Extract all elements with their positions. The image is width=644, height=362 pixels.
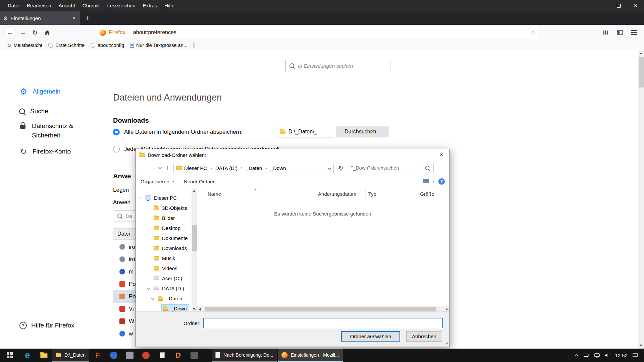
dialog-title-bar[interactable]: Download-Ordner wählen: × [136,149,449,161]
scroll-up-icon[interactable] [193,190,196,192]
scroll-right-icon[interactable] [446,308,448,311]
browse-button[interactable]: Durchsuchen... [336,126,389,137]
tree-item-musik[interactable]: Musik [136,253,192,263]
dialog-close-button[interactable]: × [433,149,449,161]
breadcrumb-daten[interactable]: _Daten [245,165,263,171]
column-groesse[interactable]: Größe [417,188,449,199]
settings-search-input[interactable] [298,63,387,69]
network-icon[interactable] [594,353,600,358]
address-breadcrumb-bar[interactable]: Dieser PC › DATA (D:) › _Daten › _Down [173,163,334,173]
taskbar-window-explorer-daten[interactable]: D:\_Daten [52,349,89,362]
select-folder-button[interactable]: Ordner auswählen [341,331,400,342]
scroll-up-icon[interactable] [640,52,642,54]
taskbar-window-firefox-active[interactable]: Einstellungen - Mozill... [278,349,343,362]
url-bar[interactable]: Firefox about:preferences ☆ [96,27,539,38]
column-name[interactable]: Name [197,188,315,199]
clock[interactable]: 12:52 [615,353,628,358]
new-tab-button[interactable]: + [82,11,93,25]
resize-grip[interactable] [444,341,448,346]
sidebar-item-suche[interactable]: Suche [19,106,48,117]
tree-item-data-d[interactable]: DATA (D:) [136,283,192,293]
tab-einstellungen[interactable]: ⚙ Einstellungen × [0,11,80,25]
show-desktop-button[interactable] [642,349,644,362]
taskbar-app-6[interactable]: D [170,349,186,362]
menu-bearbeiten[interactable]: Bearbeiten [23,0,55,11]
back-button[interactable]: ← [4,26,16,39]
settings-search-field[interactable] [285,60,390,72]
nav-forward-button[interactable]: → [149,165,156,172]
tree-item-daten[interactable]: _Daten [136,293,192,303]
tree-item-dokumente[interactable]: Dokumente [136,233,192,243]
sidebar-item-firefox-konto[interactable]: ↻ Firefox-Konto [19,146,71,157]
menu-button[interactable] [628,26,640,39]
taskbar-app-1[interactable]: F [90,349,106,362]
tree-item-bilder[interactable]: Bilder [136,213,192,223]
sidebar-toggle-button[interactable] [614,26,626,39]
scroll-down-icon[interactable] [640,345,642,347]
tree-item-downloads[interactable]: Downloads [136,243,192,253]
scrollbar-thumb[interactable] [192,225,197,251]
expand-chevron-icon[interactable] [151,297,154,300]
menu-datei[interactable]: Datei [4,0,23,11]
sidebar-item-allgemein[interactable]: ⚙ Allgemein [19,86,60,97]
dialog-search-field[interactable]: "_Down" durchsuchen [348,163,434,173]
forward-button[interactable]: → [17,26,29,39]
refresh-button[interactable]: ↻ [336,165,345,172]
taskbar-app-2[interactable] [106,349,122,362]
page-scrollbar[interactable] [638,50,644,349]
download-path-field[interactable]: D:\_Daten\_ [276,126,334,137]
bookmark-meistbesucht[interactable]: ⚙ Meistbesucht [4,43,45,48]
breadcrumb-dieser-pc[interactable]: Dieser PC [183,165,208,171]
breadcrumb-down[interactable]: _Down [269,165,287,171]
tree-scrollbar[interactable] [192,188,197,312]
taskbar-app-7[interactable] [186,349,202,362]
tree-item-videos[interactable]: Videos [136,263,192,273]
menu-hilfe[interactable]: Hilfe [161,0,178,11]
column-aenderungsdatum[interactable]: Änderungsdatum [315,188,366,199]
tree-item-desktop[interactable]: Desktop [136,223,192,233]
hidden-icons-chevron[interactable] [575,354,579,357]
cancel-button[interactable]: Abbrechen [406,331,442,342]
start-button[interactable] [0,349,19,362]
battery-icon[interactable] [584,354,589,357]
breadcrumb-data-d[interactable]: DATA (D:) [214,165,239,171]
radio-selected-icon[interactable] [113,129,120,135]
scroll-left-icon[interactable] [199,308,201,311]
change-view-button[interactable] [423,179,434,184]
taskbar-edge-button[interactable]: e [19,349,36,362]
tab-close-icon[interactable]: × [71,15,76,21]
help-link[interactable]: ? Hilfe für Firefox [19,322,74,329]
nav-up-button[interactable]: ↑ [164,165,171,171]
recent-locations-icon[interactable] [158,165,162,169]
tree-item-dieser-pc[interactable]: Dieser PC [136,193,192,203]
sidebar-item-datenschutz[interactable]: Datenschutz & Sicherheit [19,121,82,140]
reload-button[interactable]: ↻ [29,26,41,39]
taskbar-app-5[interactable] [154,349,170,362]
close-button[interactable]: × [627,0,644,11]
expand-chevron-icon[interactable] [147,287,150,290]
folder-name-input[interactable] [203,318,443,328]
bookmark-erste-schritte[interactable]: Erste Schritte [45,43,88,48]
action-center-icon[interactable] [633,353,638,358]
new-folder-button[interactable]: Neuer Ordner [184,179,215,184]
tree-item-3d-objekte[interactable]: 3D-Objekte [136,203,192,213]
bookmark-star-icon[interactable]: ☆ [530,29,536,36]
column-typ[interactable]: Typ [366,188,418,199]
volume-icon[interactable] [605,353,610,358]
taskbar-app-4[interactable] [138,349,154,362]
nav-back-button[interactable]: ← [139,165,147,172]
expand-chevron-icon[interactable] [139,196,142,199]
radio-unselected-icon[interactable] [113,146,120,153]
menu-ansicht[interactable]: Ansicht [55,0,79,11]
tree-item-acer-c[interactable]: Acer (C:) [136,273,192,283]
scroll-down-icon[interactable] [193,308,196,310]
bookmark-textgroesse[interactable]: Nur die Textgrösse än... [127,43,191,48]
menu-chronik[interactable]: Chronik [79,0,104,11]
organize-button[interactable]: Organisieren [141,179,174,184]
taskbar-app-3[interactable] [122,349,138,362]
minimize-button[interactable] [594,0,610,11]
library-button[interactable] [600,26,612,39]
taskbar-window-bereinigung[interactable]: Nach Bereinigung: Do... [212,349,277,362]
home-button[interactable] [41,26,53,39]
taskbar-explorer-button[interactable] [36,349,52,362]
